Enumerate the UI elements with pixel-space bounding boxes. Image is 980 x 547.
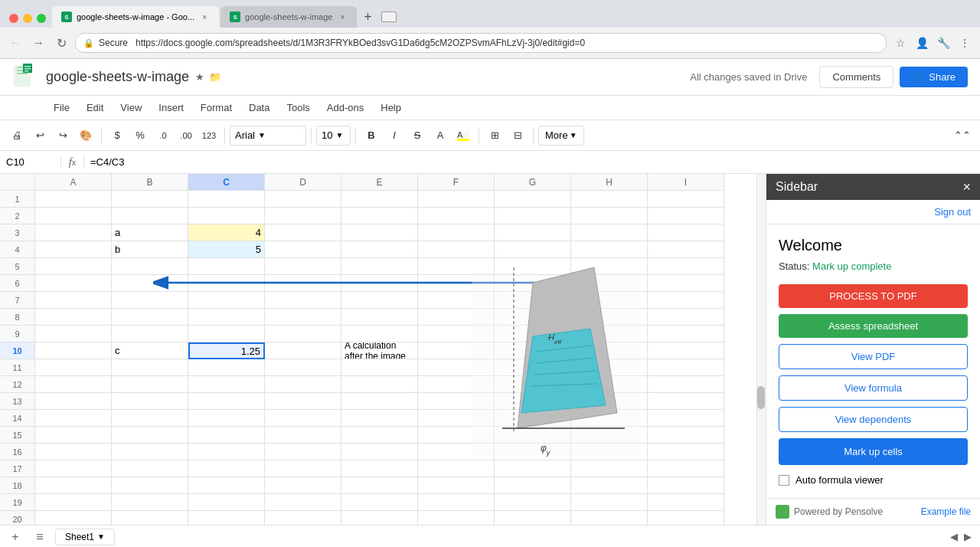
formula-input[interactable]: =C4/C3 <box>84 156 980 168</box>
fill-color-btn[interactable]: A <box>452 125 474 146</box>
cell-F8[interactable] <box>418 309 495 326</box>
cell-G4[interactable] <box>495 241 571 258</box>
cell-G1[interactable] <box>495 191 571 208</box>
sign-out-button[interactable]: Sign out <box>934 206 971 218</box>
row-num-10[interactable]: 10 <box>0 342 35 359</box>
cell-H1[interactable] <box>571 191 648 208</box>
cell-G10[interactable] <box>495 342 571 359</box>
row-num-18[interactable]: 18 <box>0 477 35 494</box>
minimize-window-btn[interactable] <box>23 14 32 23</box>
merge-btn[interactable]: ⊟ <box>507 125 528 146</box>
cell-C5[interactable] <box>188 258 265 275</box>
auto-formula-checkbox[interactable] <box>779 475 789 486</box>
tab-close-active[interactable]: × <box>199 11 210 22</box>
cell-A8[interactable] <box>35 309 112 326</box>
col-header-A[interactable]: A <box>35 174 112 191</box>
cell-E10[interactable]: A calculation after the image <box>341 342 418 359</box>
cell-C6[interactable] <box>188 275 265 292</box>
cell-G9[interactable] <box>495 326 571 342</box>
menu-addons[interactable]: Add-ons <box>319 99 371 116</box>
cell-E6[interactable] <box>341 275 418 292</box>
cell-G5[interactable] <box>495 258 571 275</box>
cell-E2[interactable] <box>341 208 418 224</box>
cell-B6[interactable] <box>112 275 188 292</box>
cell-G6[interactable] <box>495 275 571 292</box>
cell-E7[interactable] <box>341 292 418 309</box>
cell-H2[interactable] <box>571 208 648 224</box>
row-num-17[interactable]: 17 <box>0 460 35 477</box>
cell-A1[interactable] <box>35 191 112 208</box>
share-button[interactable]: 👤 Share <box>900 67 968 87</box>
col-header-E[interactable]: E <box>341 174 418 191</box>
cell-E11[interactable] <box>341 359 418 376</box>
cell-G3[interactable] <box>495 224 571 241</box>
row-num-16[interactable]: 16 <box>0 444 35 460</box>
cell-C1[interactable] <box>188 191 265 208</box>
cell-E3[interactable] <box>341 224 418 241</box>
cell-A6[interactable] <box>35 275 112 292</box>
sheet-tab-sheet1[interactable]: Sheet1 ▼ <box>55 529 115 545</box>
collapse-btn[interactable]: ⌃⌃ <box>951 125 974 146</box>
cell-A3[interactable] <box>35 224 112 241</box>
row-num-19[interactable]: 19 <box>0 494 35 511</box>
cell-D6[interactable] <box>265 275 341 292</box>
cell-A9[interactable] <box>35 326 112 342</box>
cell-B10[interactable]: c <box>112 342 188 359</box>
tab-inactive[interactable]: S google-sheets-w-image × <box>220 6 357 28</box>
menu-view[interactable]: View <box>113 99 149 116</box>
sheets-menu-button[interactable]: ≡ <box>31 528 49 546</box>
italic-btn[interactable]: I <box>384 125 405 146</box>
cell-H3[interactable] <box>571 224 648 241</box>
menu-format[interactable]: Format <box>193 99 240 116</box>
number-format-btn[interactable]: 123 <box>198 125 220 146</box>
cell-B5[interactable] <box>112 258 188 275</box>
row-num-9[interactable]: 9 <box>0 326 35 342</box>
view-formula-button[interactable]: View formula <box>779 375 968 401</box>
row-num-20[interactable]: 20 <box>0 511 35 525</box>
row-num-4[interactable]: 4 <box>0 241 35 258</box>
cell-A4[interactable] <box>35 241 112 258</box>
new-tab-btn[interactable]: + <box>357 6 378 28</box>
cell-H4[interactable] <box>571 241 648 258</box>
strikethrough-btn[interactable]: S <box>407 125 428 146</box>
redo-btn[interactable]: ↪ <box>52 125 74 146</box>
cell-C10[interactable]: 1.25 <box>188 342 265 359</box>
menu-file[interactable]: File <box>46 99 77 116</box>
cell-I5[interactable] <box>648 258 724 275</box>
row-num-13[interactable]: 13 <box>0 393 35 410</box>
cell-D8[interactable] <box>265 309 341 326</box>
row-num-8[interactable]: 8 <box>0 309 35 326</box>
cell-B1[interactable] <box>112 191 188 208</box>
bookmark-icon[interactable]: ☆ <box>891 34 910 52</box>
cell-D3[interactable] <box>265 224 341 241</box>
cell-I10[interactable] <box>648 342 724 359</box>
cell-D10[interactable] <box>265 342 341 359</box>
menu-help[interactable]: Help <box>373 99 409 116</box>
cell-E5[interactable] <box>341 258 418 275</box>
cell-B9[interactable] <box>112 326 188 342</box>
cell-B2[interactable] <box>112 208 188 224</box>
cell-I2[interactable] <box>648 208 724 224</box>
cell-I8[interactable] <box>648 309 724 326</box>
view-pdf-button[interactable]: View PDF <box>779 344 968 369</box>
cell-A7[interactable] <box>35 292 112 309</box>
decimal-increase-btn[interactable]: .00 <box>175 125 197 146</box>
cell-I3[interactable] <box>648 224 724 241</box>
col-header-H[interactable]: H <box>571 174 648 191</box>
cell-B8[interactable] <box>112 309 188 326</box>
select-all-corner[interactable] <box>0 174 35 191</box>
cell-F4[interactable] <box>418 241 495 258</box>
cell-B4[interactable]: b <box>112 241 188 258</box>
example-file-link[interactable]: Example file <box>921 506 971 517</box>
cell-I6[interactable] <box>648 275 724 292</box>
cell-D5[interactable] <box>265 258 341 275</box>
cell-H6[interactable] <box>571 275 648 292</box>
cell-C7[interactable] <box>188 292 265 309</box>
print-btn[interactable]: 🖨 <box>6 125 28 146</box>
scroll-left-btn[interactable]: ◀ <box>948 531 960 543</box>
cell-F1[interactable] <box>418 191 495 208</box>
font-size-selector[interactable]: 10 ▼ <box>316 126 351 146</box>
cell-F2[interactable] <box>418 208 495 224</box>
back-btn[interactable]: ← <box>6 34 24 52</box>
cell-D11[interactable] <box>265 359 341 376</box>
